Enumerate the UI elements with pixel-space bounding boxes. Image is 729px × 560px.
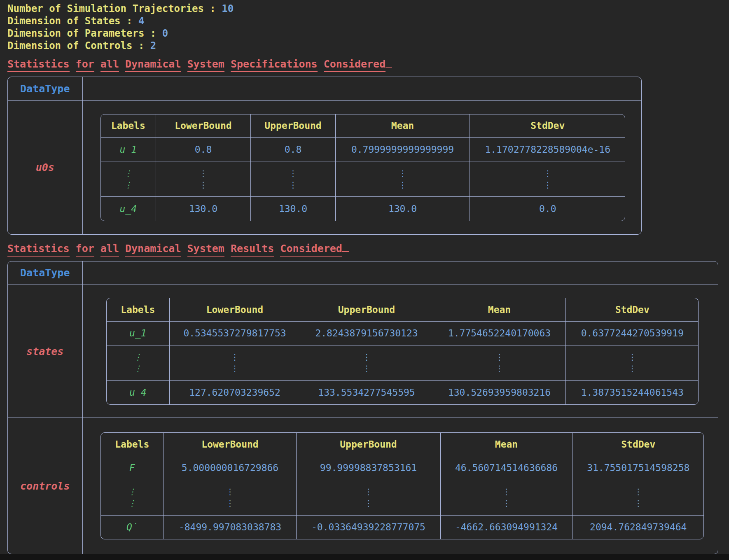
empty-header-cell xyxy=(82,77,641,100)
table-row-u1: u_1 0.5345537279817753 2.824387915673012… xyxy=(107,321,699,345)
cell-stddev: 0.0 xyxy=(470,197,625,221)
column-header-lowerbound: LowerBound xyxy=(170,298,300,321)
column-header-upperbound: UpperBound xyxy=(297,433,441,456)
group-content-cell: Labels LowerBound UpperBound Mean StdDev… xyxy=(82,418,718,554)
cell-lowerbound: 5.000000016729866 xyxy=(164,456,297,480)
group-row-u0s: u0s Labels LowerBound UpperBound Mean St… xyxy=(8,100,641,234)
ellipsis-cell: ⋮ ⋮ xyxy=(433,345,566,380)
group-name-states: states xyxy=(8,285,82,418)
column-header-labels: Labels xyxy=(101,114,156,138)
row-label: u_1 xyxy=(101,138,156,161)
info-separator: : xyxy=(204,3,222,14)
info-line-states-dim: Dimension of States : 4 xyxy=(7,15,729,27)
cell-lowerbound: -8499.997083038783 xyxy=(164,515,297,539)
cell-stddev: 1.1702778228589004e-16 xyxy=(470,138,625,161)
cell-lowerbound: 0.5345537279817753 xyxy=(170,321,300,345)
column-header-upperbound: UpperBound xyxy=(251,114,336,138)
info-line-trajectories: Number of Simulation Trajectories : 10 xyxy=(7,2,729,15)
column-header-stddev: StdDev xyxy=(566,298,699,321)
stats-header-row: Labels LowerBound UpperBound Mean StdDev xyxy=(107,298,699,321)
table-row-ellipsis: ⋮ ⋮ ⋮ ⋮ ⋮ ⋮ ⋮ ⋮ ⋮ ⋮ xyxy=(107,345,699,380)
specifications-table: DataType u0s Labels LowerBound UpperBoun… xyxy=(7,77,642,235)
cell-mean: 130.52693959803216 xyxy=(433,380,566,404)
simulation-info-block: Number of Simulation Trajectories : 10 D… xyxy=(7,2,729,52)
group-name-u0s: u0s xyxy=(8,100,82,234)
table-row-ellipsis: ⋮ ⋮ ⋮ ⋮ ⋮ ⋮ ⋮ ⋮ ⋮ ⋮ xyxy=(101,480,704,515)
group-content-cell: Labels LowerBound UpperBound Mean StdDev… xyxy=(82,285,718,418)
datatype-header-cell: DataType xyxy=(8,261,82,285)
datatype-header-cell: DataType xyxy=(8,77,82,100)
states-stats-table: Labels LowerBound UpperBound Mean StdDev… xyxy=(106,298,699,405)
cell-stddev: 31.755017514598258 xyxy=(572,456,704,480)
table-row-u4: u_4 130.0 130.0 130.0 0.0 xyxy=(101,197,625,221)
column-header-mean: Mean xyxy=(441,433,572,456)
cell-mean: 0.7999999999999999 xyxy=(336,138,470,161)
group-name-controls: controls xyxy=(8,418,82,554)
cell-upperbound: 133.5534277545595 xyxy=(300,380,433,404)
column-header-mean: Mean xyxy=(336,114,470,138)
controls-stats-table: Labels LowerBound UpperBound Mean StdDev… xyxy=(100,432,704,539)
cell-upperbound: 99.99998837853161 xyxy=(297,456,441,480)
info-value: 4 xyxy=(138,15,144,27)
ellipsis-cell: ⋮ ⋮ xyxy=(336,161,470,197)
info-separator: : xyxy=(121,15,138,27)
column-header-stddev: StdDev xyxy=(572,433,704,456)
ellipsis-cell: ⋮ ⋮ xyxy=(101,480,164,515)
group-row-controls: controls Labels LowerBound UpperBound Me… xyxy=(8,418,718,554)
info-value: 2 xyxy=(150,40,156,51)
column-header-labels: Labels xyxy=(107,298,170,321)
ellipsis-cell: ⋮ ⋮ xyxy=(101,161,156,197)
terminal-output: Number of Simulation Trajectories : 10 D… xyxy=(0,0,729,554)
group-content-cell: Labels LowerBound UpperBound Mean StdDev… xyxy=(82,100,641,234)
ellipsis-cell: ⋮ ⋮ xyxy=(164,480,297,515)
ellipsis-cell: ⋮ ⋮ xyxy=(251,161,336,197)
column-header-lowerbound: LowerBound xyxy=(156,114,251,138)
info-separator: : xyxy=(132,40,150,51)
ellipsis-cell: ⋮ ⋮ xyxy=(107,345,170,380)
table-row-ellipsis: ⋮ ⋮ ⋮ ⋮ ⋮ ⋮ ⋮ ⋮ ⋮ ⋮ xyxy=(101,161,625,197)
table-row-F: F 5.000000016729866 99.99998837853161 46… xyxy=(101,456,704,480)
ellipsis-cell: ⋮ ⋮ xyxy=(300,345,433,380)
terminal-bottom-edge xyxy=(0,554,729,560)
column-header-lowerbound: LowerBound xyxy=(164,433,297,456)
cell-upperbound: 0.8 xyxy=(251,138,336,161)
cell-upperbound: 130.0 xyxy=(251,197,336,221)
info-line-controls-dim: Dimension of Controls : 2 xyxy=(7,40,729,52)
ellipsis-cell: ⋮ ⋮ xyxy=(566,345,699,380)
info-separator: : xyxy=(144,28,162,39)
row-label: u_1 xyxy=(107,321,170,345)
info-label: Dimension of Parameters xyxy=(7,28,144,39)
table-row-Qdot: Q̇ -8499.997083038783 -0.033649392287770… xyxy=(101,515,704,539)
row-label: F xyxy=(101,456,164,480)
cell-lowerbound: 0.8 xyxy=(156,138,251,161)
ellipsis-cell: ⋮ ⋮ xyxy=(156,161,251,197)
ellipsis-cell: ⋮ ⋮ xyxy=(572,480,704,515)
column-header-mean: Mean xyxy=(433,298,566,321)
cell-lowerbound: 127.620703239652 xyxy=(170,380,300,404)
table-row-u4: u_4 127.620703239652 133.5534277545595 1… xyxy=(107,380,699,404)
ellipsis-cell: ⋮ ⋮ xyxy=(470,161,625,197)
ellipsis-cell: ⋮ ⋮ xyxy=(441,480,572,515)
table-row-u1: u_1 0.8 0.8 0.7999999999999999 1.1702778… xyxy=(101,138,625,161)
info-label: Number of Simulation Trajectories xyxy=(7,3,204,14)
datatype-header-row: DataType xyxy=(8,77,641,100)
row-label: u_4 xyxy=(107,380,170,404)
cell-mean: 130.0 xyxy=(336,197,470,221)
info-label: Dimension of Controls xyxy=(7,40,132,51)
cell-mean: 46.560714514636686 xyxy=(441,456,572,480)
stats-header-row: Labels LowerBound UpperBound Mean StdDev xyxy=(101,114,625,138)
cell-mean: -4662.663094991324 xyxy=(441,515,572,539)
info-label: Dimension of States xyxy=(7,15,121,27)
row-label: u_4 xyxy=(101,197,156,221)
info-line-parameters-dim: Dimension of Parameters : 0 xyxy=(7,27,729,40)
column-header-labels: Labels xyxy=(101,433,164,456)
cell-mean: 1.7754652240170063 xyxy=(433,321,566,345)
results-table: DataType states Labels LowerBound UpperB… xyxy=(7,261,718,555)
info-value: 0 xyxy=(162,28,168,39)
column-header-upperbound: UpperBound xyxy=(300,298,433,321)
ellipsis-cell: ⋮ ⋮ xyxy=(297,480,441,515)
cell-upperbound: 2.8243879156730123 xyxy=(300,321,433,345)
cell-stddev: 2094.762849739464 xyxy=(572,515,704,539)
datatype-header-row: DataType xyxy=(8,261,718,285)
ellipsis-cell: ⋮ ⋮ xyxy=(170,345,300,380)
